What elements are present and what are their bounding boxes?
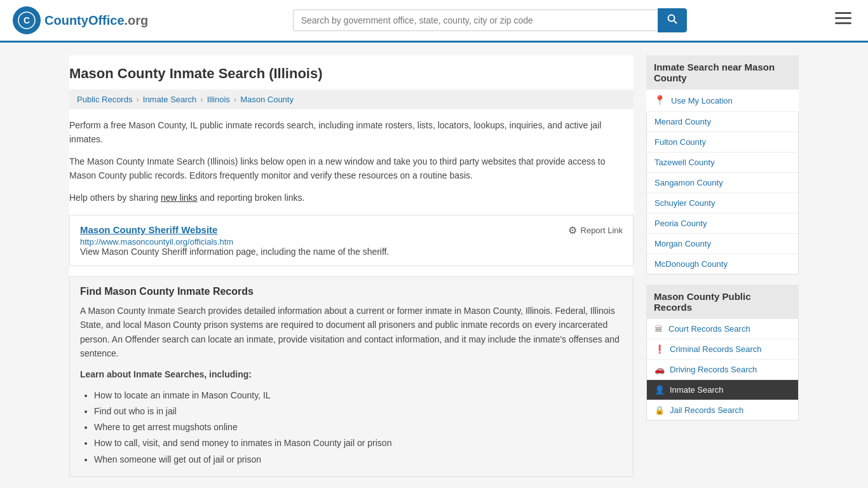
sidebar-nearby-header: Inmate Search near Mason County — [646, 55, 799, 90]
driving-icon — [654, 365, 665, 374]
sidebar-item-jail[interactable]: Jail Records Search — [647, 400, 798, 420]
nearby-county-fulton[interactable]: Fulton County — [647, 132, 798, 152]
location-pin-icon: 📍 — [654, 95, 666, 106]
breadcrumb-mason-county[interactable]: Mason County — [240, 95, 294, 104]
report-icon: ⚙ — [568, 224, 577, 236]
nearby-county-schuyler[interactable]: Schuyler County — [647, 193, 798, 214]
learn-title: Learn about Inmate Searches, including: — [80, 367, 623, 381]
learn-list: How to locate an inmate in Mason County,… — [80, 388, 623, 468]
nearby-county-list: Menard County Fulton County Tazewell Cou… — [646, 112, 799, 274]
site-header: C CountyOffice.org — [0, 0, 868, 43]
nearby-county-peoria[interactable]: Peoria County — [647, 214, 798, 234]
sidebar-item-criminal[interactable]: Criminal Records Search — [647, 339, 798, 360]
sidebar-public-records-header: Mason County Public Records — [646, 285, 799, 319]
logo-text: CountyOffice.org — [44, 13, 148, 28]
logo-icon: C — [13, 6, 41, 34]
sidebar-item-inmate[interactable]: Inmate Search — [647, 380, 798, 400]
svg-rect-6 — [835, 22, 851, 24]
breadcrumb-sep-3: › — [234, 95, 236, 104]
sidebar-public-records-section: Mason County Public Records Court Record… — [646, 285, 799, 421]
svg-text:C: C — [24, 15, 30, 25]
breadcrumb: Public Records › Inmate Search › Illinoi… — [69, 90, 634, 109]
sidebar-item-court[interactable]: Court Records Search — [647, 319, 798, 339]
inmate-icon — [654, 385, 665, 395]
use-location-btn[interactable]: 📍 Use My Location — [646, 90, 799, 112]
breadcrumb-illinois[interactable]: Illinois — [207, 95, 230, 104]
list-item: How to call, visit, and send money to in… — [94, 435, 623, 451]
search-button[interactable] — [658, 8, 687, 32]
breadcrumb-sep-1: › — [136, 95, 139, 104]
search-input[interactable] — [293, 10, 658, 31]
description-1: Perform a free Mason County, IL public i… — [69, 118, 634, 147]
jail-icon — [654, 405, 665, 415]
breadcrumb-inmate-search[interactable]: Inmate Search — [143, 95, 197, 104]
breadcrumb-sep-2: › — [200, 95, 203, 104]
list-item: Find out who is in jail — [94, 403, 623, 419]
list-item: Where to get arrest mugshots online — [94, 419, 623, 435]
search-area — [293, 8, 687, 32]
logo[interactable]: C CountyOffice.org — [13, 6, 148, 34]
svg-rect-5 — [835, 17, 851, 19]
nearby-county-mcdonough[interactable]: McDonough County — [647, 254, 798, 274]
content-area: Mason County Inmate Search (Illinois) Pu… — [69, 55, 634, 477]
link-card-sheriff: Mason County Sheriff Website ⚙ Report Li… — [69, 215, 634, 266]
list-item: When someone will get out of jail or pri… — [94, 452, 623, 468]
nearby-county-morgan[interactable]: Morgan County — [647, 234, 798, 254]
link-card-header: Mason County Sheriff Website ⚙ Report Li… — [80, 224, 623, 236]
description-2: The Mason County Inmate Search (Illinois… — [69, 154, 634, 183]
find-section-body: A Mason County Inmate Search provides de… — [80, 304, 623, 361]
main-container: Mason County Inmate Search (Illinois) Pu… — [59, 43, 809, 488]
court-icon — [654, 324, 663, 334]
svg-line-3 — [674, 21, 677, 24]
find-section-title: Find Mason County Inmate Records — [80, 286, 623, 297]
svg-point-2 — [668, 15, 674, 22]
link-card-desc: View Mason County Sheriff information pa… — [80, 247, 623, 257]
svg-rect-4 — [835, 12, 851, 14]
link-card-url[interactable]: http://www.masoncountyil.org/officials.h… — [80, 237, 233, 247]
breadcrumb-public-records[interactable]: Public Records — [77, 95, 132, 104]
find-section: Find Mason County Inmate Records A Mason… — [69, 276, 634, 477]
link-card-title[interactable]: Mason County Sheriff Website — [80, 224, 217, 235]
sidebar-nearby-section: Inmate Search near Mason County 📍 Use My… — [646, 55, 799, 274]
public-records-list: Court Records Search Criminal Records Se… — [646, 319, 799, 421]
page-title: Mason County Inmate Search (Illinois) — [69, 55, 634, 90]
description-3: Help others by sharing new links and rep… — [69, 191, 634, 205]
nearby-county-sangamon[interactable]: Sangamon County — [647, 173, 798, 193]
report-link-btn[interactable]: ⚙ Report Link — [568, 224, 623, 236]
sidebar: Inmate Search near Mason County 📍 Use My… — [646, 55, 799, 477]
menu-button[interactable] — [831, 8, 855, 32]
nearby-county-menard[interactable]: Menard County — [647, 112, 798, 132]
new-links-link[interactable]: new links — [161, 193, 198, 203]
nearby-county-tazewell[interactable]: Tazewell County — [647, 152, 798, 173]
list-item: How to locate an inmate in Mason County,… — [94, 388, 623, 403]
sidebar-item-driving[interactable]: Driving Records Search — [647, 360, 798, 380]
criminal-icon — [654, 344, 665, 354]
